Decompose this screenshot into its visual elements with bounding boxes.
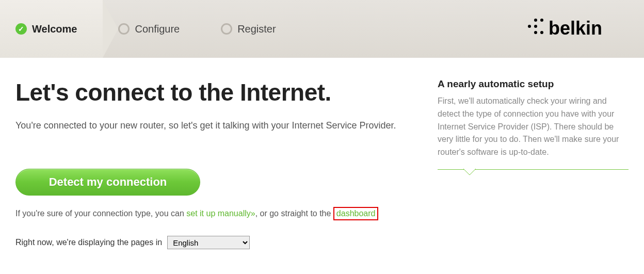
stepper-tabs: ✓ Welcome Configure Register: [0, 0, 302, 58]
tab-label: Configure: [135, 23, 180, 35]
circle-icon: [118, 23, 130, 35]
page-subtitle: You're connected to your new router, so …: [15, 119, 407, 133]
page-title: Let's connect to the Internet.: [15, 78, 407, 106]
belkin-logo: belkin: [525, 15, 629, 43]
detect-connection-button[interactable]: Detect my connection: [15, 169, 200, 196]
language-line: Right now, we're displaying the pages in…: [15, 236, 407, 249]
tab-register[interactable]: Register: [205, 0, 301, 58]
svg-point-1: [534, 19, 537, 22]
check-icon: ✓: [15, 23, 27, 35]
circle-icon: [221, 23, 232, 35]
aside-divider: [438, 169, 629, 180]
setup-stepper-bar: ✓ Welcome Configure Register belkin: [0, 0, 644, 58]
svg-point-0: [528, 25, 531, 28]
manual-mid: , or go straight to the: [255, 209, 333, 218]
chevron-down-icon: [463, 169, 476, 176]
language-select[interactable]: English: [167, 236, 250, 249]
main-column: Let's connect to the Internet. You're co…: [15, 78, 407, 249]
dashboard-highlight: dashboard: [333, 207, 379, 220]
tab-configure[interactable]: Configure: [103, 0, 205, 58]
manual-prefix: If you're sure of your connection type, …: [15, 209, 186, 218]
manual-setup-line: If you're sure of your connection type, …: [15, 207, 407, 220]
tab-label: Welcome: [32, 23, 77, 35]
svg-point-2: [534, 25, 537, 28]
aside-body: First, we'll automatically check your wi…: [438, 95, 629, 159]
aside-title: A nearly automatic setup: [438, 78, 629, 90]
tab-label: Register: [237, 23, 276, 35]
tab-welcome[interactable]: ✓ Welcome: [0, 0, 103, 58]
dashboard-link[interactable]: dashboard: [336, 209, 376, 218]
aside-column: A nearly automatic setup First, we'll au…: [438, 78, 629, 249]
svg-point-3: [534, 31, 537, 34]
manual-setup-link[interactable]: set it up manually»: [186, 209, 255, 218]
language-prefix: Right now, we're displaying the pages in: [15, 238, 162, 247]
svg-point-4: [540, 19, 543, 22]
page-content: Let's connect to the Internet. You're co…: [0, 58, 644, 265]
brand-text: belkin: [549, 18, 602, 39]
svg-point-5: [540, 31, 543, 34]
